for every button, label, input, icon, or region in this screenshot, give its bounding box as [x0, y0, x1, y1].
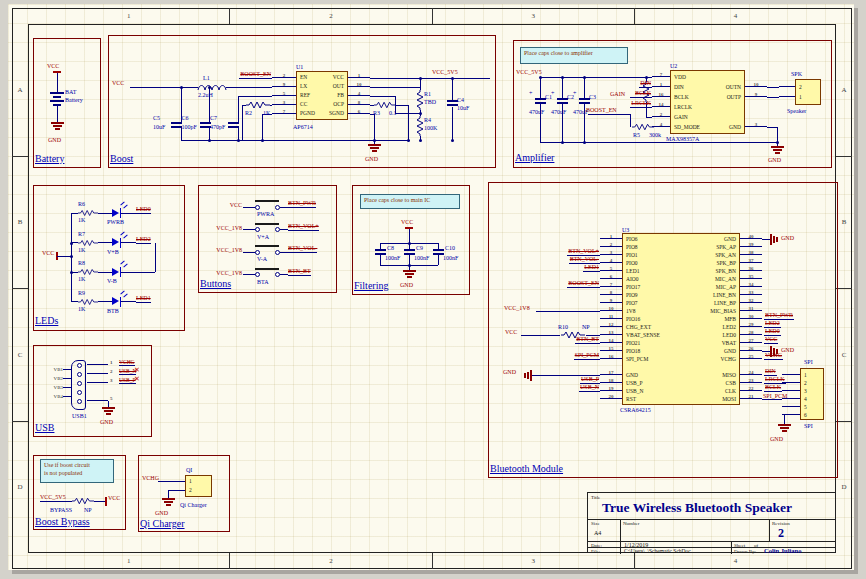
- button-row[interactable]: VCC_1V8 BTA BTN_BT: [200, 264, 335, 287]
- r1-value[interactable]: TBD: [424, 99, 436, 105]
- battery-ref[interactable]: BAT: [65, 89, 76, 95]
- net-label[interactable]: BCLK: [634, 90, 652, 98]
- button-row[interactable]: VCC_1V8 V-A BTN_VOL-: [200, 241, 335, 264]
- net-label-vcc[interactable]: VCC: [401, 219, 413, 225]
- net-label-gnd[interactable]: GND: [365, 156, 378, 162]
- resistor-bypass[interactable]: [72, 497, 94, 505]
- net-label-gnd[interactable]: GND: [48, 137, 61, 143]
- net-label-vchg[interactable]: VCHG: [142, 475, 159, 481]
- r5-ref[interactable]: R5: [633, 132, 640, 138]
- spk-name[interactable]: Speaker: [787, 108, 806, 114]
- inductor-value[interactable]: 2.2uH: [198, 92, 213, 98]
- net-label[interactable]: LED2: [136, 236, 151, 244]
- resistor-r3[interactable]: [374, 101, 396, 109]
- qi-part-name[interactable]: Qi Charger: [180, 502, 207, 508]
- usb-pin-row[interactable]: 5 5: [87, 397, 157, 406]
- r5-value[interactable]: 300k: [649, 132, 661, 138]
- usb-conn-ref[interactable]: USB1: [72, 413, 87, 419]
- net-label[interactable]: BTN_VOL-: [569, 256, 600, 264]
- inductor-ref[interactable]: L1: [203, 75, 210, 81]
- led-row[interactable]: R9 1K BTB LED1: [60, 288, 182, 318]
- usb-pin-row[interactable]: 3 3 USB_P: [87, 379, 157, 388]
- net-label-vcc1v8[interactable]: VCC_1V8: [504, 305, 530, 311]
- r3-value[interactable]: 0.1: [389, 110, 397, 116]
- net-label-vcc5v5[interactable]: VCC_5V5: [40, 494, 66, 500]
- u3-part[interactable]: CSRA64215: [620, 407, 651, 413]
- note-filtering[interactable]: Place caps close to main IC: [360, 194, 460, 209]
- net-label[interactable]: LED0: [764, 328, 781, 336]
- net-label-vcc[interactable]: VCC: [108, 495, 120, 501]
- note-amplifier[interactable]: Place caps close to amplifier: [520, 47, 628, 64]
- net-label[interactable]: LED2: [764, 320, 781, 328]
- net-label-gnd[interactable]: GND: [781, 347, 794, 353]
- net-label[interactable]: LED1: [583, 264, 600, 272]
- r10-value[interactable]: NP: [582, 324, 590, 330]
- u2-ref[interactable]: U2: [670, 63, 677, 69]
- r3-ref[interactable]: R3: [373, 110, 380, 116]
- c4-ref[interactable]: C4: [457, 97, 464, 103]
- net-label-gnd[interactable]: GND: [768, 157, 781, 163]
- r1-ref[interactable]: R1: [424, 91, 431, 97]
- net-label-vcc[interactable]: VCC: [505, 329, 517, 335]
- net-label-gnd[interactable]: GND: [100, 419, 113, 425]
- u3-ref[interactable]: U3: [622, 227, 629, 233]
- bypass-res-ref[interactable]: BYPASS: [50, 507, 72, 513]
- led-row[interactable]: R8 1K V-B: [60, 258, 182, 288]
- net-label-vcc5v5[interactable]: VCC_5V5: [432, 69, 458, 75]
- u1-part[interactable]: AP6714: [293, 124, 313, 130]
- u1-ref[interactable]: U1: [296, 64, 303, 70]
- led-rows[interactable]: R6 1K PWRB LED0 R7 1K V+B LED2 R8 1K: [60, 199, 182, 317]
- button-row[interactable]: VCC PWRA BTN_PWR: [200, 196, 335, 219]
- net-label[interactable]: BTN_VOL+: [567, 248, 600, 256]
- net-label[interactable]: BTN_PWR: [764, 312, 794, 320]
- net-label[interactable]: BTN_VOL+: [288, 223, 319, 231]
- bypass-res-value[interactable]: NP: [84, 507, 92, 513]
- resistor-r4[interactable]: [416, 116, 424, 136]
- led-row[interactable]: R7 1K V+B LED2: [60, 229, 182, 259]
- net-label[interactable]: BTN_VOL-: [288, 245, 317, 253]
- r4-value[interactable]: 100K: [424, 125, 437, 131]
- net-label[interactable]: LRCLK: [630, 100, 652, 108]
- resistor-r10[interactable]: [560, 331, 586, 339]
- net-label-gnd[interactable]: GND: [781, 235, 794, 241]
- net-label[interactable]: DIN: [764, 368, 777, 376]
- net-label-gnd[interactable]: GND: [400, 282, 413, 288]
- net-label[interactable]: USB_N: [579, 384, 600, 392]
- net-label[interactable]: BTN_BT: [288, 268, 311, 276]
- filtering-caps[interactable]: C8 100nF C9 100nF C10 100nF: [368, 243, 455, 267]
- net-label-gnd[interactable]: GND: [503, 369, 516, 375]
- net-label[interactable]: USB_P: [580, 376, 600, 384]
- spi-ref[interactable]: SPI: [804, 359, 813, 365]
- net-label-gnd[interactable]: GND: [155, 510, 168, 516]
- u2-part[interactable]: MAX98357A: [666, 136, 699, 142]
- net-label[interactable]: LED1: [136, 295, 151, 303]
- net-label[interactable]: VCHG: [119, 360, 135, 367]
- net-label[interactable]: DIN: [639, 80, 652, 88]
- usb-pin-rows[interactable]: 1 1 VCHG 2 2 USB_N 3 3 USB_P 5 5: [87, 361, 157, 406]
- net-label[interactable]: SPI_PCM: [574, 352, 600, 360]
- net-label-vcc[interactable]: VCC: [42, 250, 54, 256]
- button-rows[interactable]: VCC PWRA BTN_PWR VCC_1V8 V+A BTN_VOL+ VC…: [200, 196, 335, 286]
- battery-value[interactable]: Battery: [65, 97, 83, 103]
- spk-ref[interactable]: SPK: [791, 71, 802, 77]
- net-label[interactable]: BOOST_EN: [567, 280, 600, 288]
- resistor-r1[interactable]: [416, 90, 424, 110]
- net-label-vcc[interactable]: VCC: [47, 63, 59, 69]
- net-label-vcc[interactable]: VCC: [112, 80, 124, 86]
- net-label[interactable]: LED0: [136, 206, 151, 214]
- net-label[interactable]: BCLK: [764, 384, 782, 392]
- led-row[interactable]: R6 1K PWRB LED0: [60, 199, 182, 229]
- spi-name[interactable]: SPI: [804, 423, 813, 429]
- net-label[interactable]: BTN_PWR: [288, 200, 316, 208]
- net-label[interactable]: BOOST_EN: [239, 71, 272, 79]
- net-label-vcc5v5[interactable]: VCC_5V5: [516, 69, 542, 75]
- usb-pin-row[interactable]: [87, 388, 157, 397]
- inductor-symbol[interactable]: [198, 83, 226, 91]
- button-row[interactable]: VCC_1V8 V+A BTN_VOL+: [200, 219, 335, 242]
- c4-value[interactable]: 10uF: [457, 105, 469, 111]
- r10-ref[interactable]: R10: [558, 324, 568, 330]
- net-label-gnd[interactable]: GND: [770, 436, 783, 442]
- qi-ref[interactable]: QI: [186, 467, 192, 473]
- note-bypass[interactable]: Use if boost circuit is not populated: [40, 459, 114, 483]
- net-label[interactable]: VCC: [764, 336, 778, 344]
